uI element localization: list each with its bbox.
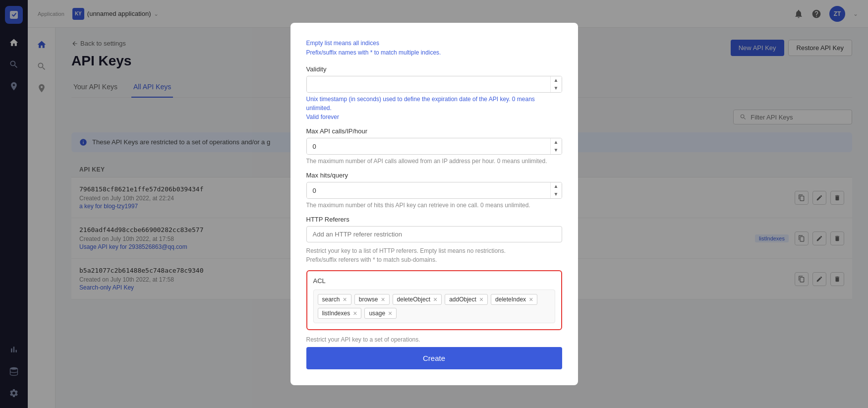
max-hits-up-arrow[interactable]: ▲ [551,182,562,190]
acl-section: ACL search × browse × deleteObject × [306,270,562,330]
acl-tag-deleteindex: deleteIndex × [491,294,537,305]
acl-tag-addobject: addObject × [445,294,488,305]
max-calls-up-arrow[interactable]: ▲ [551,138,562,146]
http-referers-label: HTTP Referers [306,216,562,223]
http-referers-input[interactable] [306,226,562,242]
max-hits-input-row: ▲ ▼ [306,182,562,199]
acl-tag-deleteindex-remove[interactable]: × [529,296,533,303]
max-hits-label: Max hits/query [306,172,562,179]
acl-tag-deleteobject-remove[interactable]: × [433,296,437,303]
modal-top-hints: Empty list means all indices Prefix/suff… [306,39,562,58]
acl-tag-usage: usage × [364,308,397,319]
acl-tag-usage-remove[interactable]: × [388,310,392,317]
max-calls-arrows: ▲ ▼ [550,138,562,154]
acl-tag-listindexes-remove[interactable]: × [353,310,357,317]
max-hits-arrows: ▲ ▼ [550,182,562,198]
acl-tag-deleteobject: deleteObject × [393,294,442,305]
acl-tag-browse: browse × [354,294,390,305]
acl-tag-addobject-remove[interactable]: × [479,296,483,303]
max-calls-input[interactable] [307,139,550,154]
max-hits-down-arrow[interactable]: ▼ [551,190,562,198]
validity-arrows: ▲ ▼ [550,76,562,92]
max-hits-input[interactable] [307,183,550,198]
max-calls-hint: The maximum number of API calls allowed … [306,157,562,166]
acl-tag-browse-remove[interactable]: × [381,296,385,303]
acl-hint: Restrict your API key to a set of operat… [306,336,562,343]
validity-down-arrow[interactable]: ▼ [551,84,562,92]
modal-overlay: Empty list means all indices Prefix/suff… [0,0,868,408]
acl-tags-container: search × browse × deleteObject × addObje… [313,290,555,323]
validity-input[interactable] [307,77,550,92]
validity-hint: Unix timestamp (in seconds) used to defi… [306,95,562,121]
acl-tag-search-remove[interactable]: × [343,296,347,303]
validity-label: Validity [306,65,562,73]
create-button[interactable]: Create [306,347,562,369]
http-referers-hint: Restrict your key to a list of HTTP refe… [306,246,562,264]
max-hits-hint: The maximum number of hits this API key … [306,201,562,210]
max-calls-label: Max API calls/IP/hour [306,127,562,135]
validity-input-row: ▲ ▼ [306,76,562,93]
max-calls-down-arrow[interactable]: ▼ [551,146,562,154]
modal: Empty list means all indices Prefix/suff… [290,23,578,385]
acl-label: ACL [313,277,555,285]
acl-tag-search: search × [318,294,351,305]
max-calls-input-row: ▲ ▼ [306,138,562,155]
validity-up-arrow[interactable]: ▲ [551,76,562,84]
acl-tag-listindexes: listIndexes × [318,308,362,319]
